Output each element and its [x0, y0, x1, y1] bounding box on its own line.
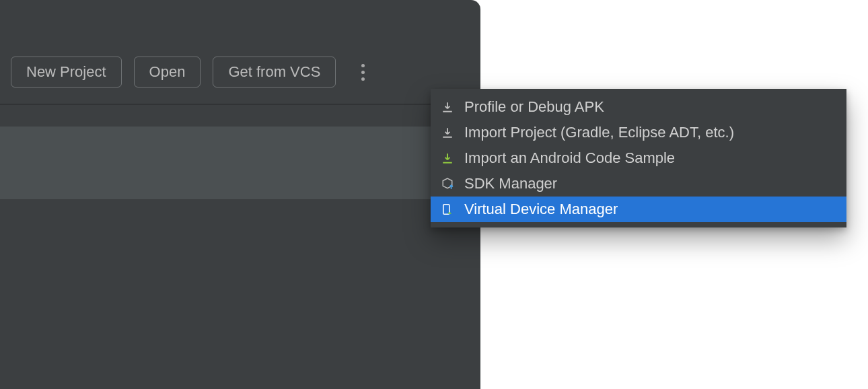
- new-project-button[interactable]: New Project: [11, 57, 122, 87]
- menu-item-label: Import an Android Code Sample: [464, 149, 675, 167]
- toolbar-divider: [0, 104, 480, 105]
- open-button[interactable]: Open: [134, 57, 201, 87]
- more-actions-button[interactable]: [352, 61, 373, 83]
- menu-item-profile-debug-apk[interactable]: Profile or Debug APK: [431, 94, 846, 120]
- toolbar: New Project Open Get from VCS: [11, 57, 373, 87]
- import-arrow-icon: [440, 100, 455, 114]
- get-from-vcs-button[interactable]: Get from VCS: [213, 57, 336, 87]
- vertical-dots-icon: [361, 64, 365, 81]
- android-import-icon: [440, 151, 455, 166]
- menu-item-import-project[interactable]: Import Project (Gradle, Eclipse ADT, etc…: [431, 120, 846, 145]
- sdk-box-icon: [440, 176, 455, 191]
- recent-project-row[interactable]: [0, 127, 480, 199]
- menu-item-label: Profile or Debug APK: [464, 98, 604, 116]
- menu-item-sdk-manager[interactable]: SDK Manager: [431, 171, 846, 197]
- import-arrow-icon: [440, 125, 455, 140]
- menu-item-label: Import Project (Gradle, Eclipse ADT, etc…: [464, 124, 734, 141]
- menu-item-label: Virtual Device Manager: [464, 201, 618, 218]
- menu-item-label: SDK Manager: [464, 175, 557, 192]
- menu-item-virtual-device-manager[interactable]: Virtual Device Manager: [431, 197, 846, 222]
- menu-item-import-sample[interactable]: Import an Android Code Sample: [431, 145, 846, 171]
- virtual-device-icon: [440, 202, 455, 217]
- more-actions-menu: Profile or Debug APK Import Project (Gra…: [431, 89, 846, 227]
- welcome-window: New Project Open Get from VCS: [0, 0, 480, 389]
